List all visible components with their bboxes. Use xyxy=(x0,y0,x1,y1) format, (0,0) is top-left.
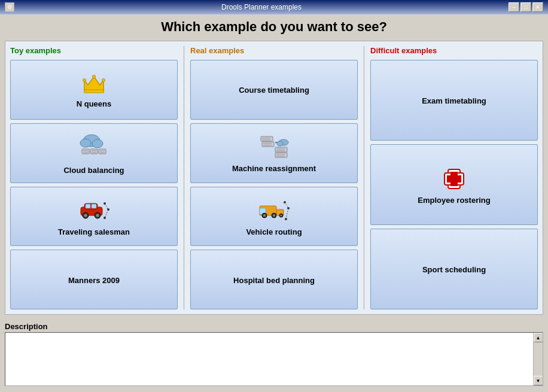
description-label: Description xyxy=(5,322,543,331)
svg-rect-33 xyxy=(263,145,272,146)
n-queens-icon xyxy=(80,72,108,96)
course-timetabling-button[interactable]: Course timetabling xyxy=(190,60,358,120)
svg-rect-14 xyxy=(99,149,106,154)
manners-2009-label: Manners 2009 xyxy=(68,276,120,285)
svg-rect-38 xyxy=(276,150,285,151)
app-icon: ⚙ xyxy=(5,2,14,12)
employee-rostering-button[interactable]: Employee rostering xyxy=(370,144,538,225)
machine-reassignment-button[interactable]: Machine reassignment xyxy=(190,123,358,183)
main-window: Which example do you want to see? Toy ex… xyxy=(0,14,548,391)
traveling-salesman-label: Traveling salesman xyxy=(58,227,130,236)
employee-rostering-icon xyxy=(437,166,471,192)
svg-point-2 xyxy=(83,79,86,82)
svg-rect-40 xyxy=(276,154,285,155)
svg-rect-1 xyxy=(84,90,103,93)
svg-rect-16 xyxy=(100,152,105,153)
maximize-button[interactable]: □ xyxy=(520,2,531,12)
svg-rect-9 xyxy=(83,150,88,151)
exam-timetabling-button[interactable]: Exam timetabling xyxy=(370,60,538,141)
traveling-salesman-button[interactable]: Traveling salesman xyxy=(10,187,178,247)
manners-2009-button[interactable]: Manners 2009 xyxy=(10,250,178,309)
difficult-category-title: Difficult examples xyxy=(370,46,538,55)
examples-panel: Toy examples N queens xyxy=(5,41,543,315)
svg-rect-39 xyxy=(275,153,287,157)
hospital-bed-planning-label: Hospital bed planning xyxy=(233,276,315,285)
n-queens-button[interactable]: N queens xyxy=(10,60,178,120)
machine-reassignment-icon xyxy=(257,134,291,160)
svg-rect-8 xyxy=(82,149,89,154)
svg-rect-41 xyxy=(276,156,285,157)
scroll-up-button[interactable]: ▲ xyxy=(534,333,543,342)
vehicle-routing-icon xyxy=(257,197,291,224)
sport-scheduling-label: Sport scheduling xyxy=(422,265,486,274)
machine-reassignment-label: Machine reassignment xyxy=(232,164,316,173)
svg-rect-29 xyxy=(262,138,270,139)
vehicle-routing-button[interactable]: Vehicle routing xyxy=(190,187,358,247)
svg-point-7 xyxy=(92,139,103,148)
svg-rect-10 xyxy=(83,152,88,153)
difficult-category: Difficult examples Exam timetabling xyxy=(370,46,538,309)
toy-category: Toy examples N queens xyxy=(10,46,178,309)
svg-rect-32 xyxy=(263,143,272,144)
traveling-salesman-icon xyxy=(77,197,111,224)
cloud-balancing-icon xyxy=(77,132,111,162)
svg-point-22 xyxy=(84,214,87,217)
description-box: ▲ ▼ xyxy=(5,332,543,386)
svg-point-43 xyxy=(277,141,283,146)
svg-marker-0 xyxy=(84,77,103,91)
cloud-balancing-label: Cloud balancing xyxy=(63,166,124,175)
svg-point-4 xyxy=(102,79,105,82)
divider-1 xyxy=(184,46,184,309)
description-section: Description ▲ ▼ xyxy=(5,322,543,386)
sport-scheduling-button[interactable]: Sport scheduling xyxy=(370,229,538,309)
toy-category-title: Toy examples xyxy=(10,46,178,55)
scroll-down-button[interactable]: ▼ xyxy=(534,376,543,385)
real-category: Real examples Course timetabling xyxy=(190,46,358,309)
svg-point-48 xyxy=(263,214,266,217)
employee-rostering-label: Employee rostering xyxy=(418,196,490,205)
svg-rect-13 xyxy=(92,152,96,153)
course-timetabling-label: Course timetabling xyxy=(239,86,309,95)
svg-point-6 xyxy=(80,139,91,147)
svg-point-52 xyxy=(281,214,282,216)
title-bar: ⚙ Drools Planner examples ─ □ ✕ xyxy=(0,0,548,14)
scrollbar-vertical[interactable]: ▲ ▼ xyxy=(533,333,543,385)
svg-rect-37 xyxy=(276,148,285,150)
divider-2 xyxy=(364,46,364,309)
content-area: Toy examples N queens xyxy=(5,41,543,386)
minimize-button[interactable]: ─ xyxy=(509,2,519,12)
vehicle-routing-label: Vehicle routing xyxy=(246,227,302,236)
window-controls: ─ □ ✕ xyxy=(509,2,543,12)
exam-timetabling-label: Exam timetabling xyxy=(422,96,486,105)
window-title: Drools Planner examples xyxy=(14,3,509,11)
svg-rect-12 xyxy=(92,150,96,151)
svg-point-3 xyxy=(93,75,96,78)
svg-rect-19 xyxy=(86,204,90,208)
svg-point-24 xyxy=(96,214,99,217)
svg-rect-15 xyxy=(100,150,105,151)
real-category-title: Real examples xyxy=(190,46,358,55)
svg-rect-11 xyxy=(90,149,98,154)
n-queens-label: N queens xyxy=(77,99,112,108)
svg-rect-36 xyxy=(275,147,287,152)
svg-rect-59 xyxy=(447,175,461,183)
page-title: Which example do you want to see? xyxy=(5,19,543,35)
hospital-bed-planning-button[interactable]: Hospital bed planning xyxy=(190,250,358,309)
svg-point-27 xyxy=(103,217,106,219)
svg-rect-28 xyxy=(261,136,273,141)
close-button[interactable]: ✕ xyxy=(532,2,543,12)
svg-rect-20 xyxy=(92,204,96,208)
cloud-balancing-button[interactable]: Cloud balancing xyxy=(10,123,178,183)
svg-point-50 xyxy=(273,214,275,217)
svg-rect-31 xyxy=(262,142,274,147)
svg-rect-30 xyxy=(262,139,270,141)
